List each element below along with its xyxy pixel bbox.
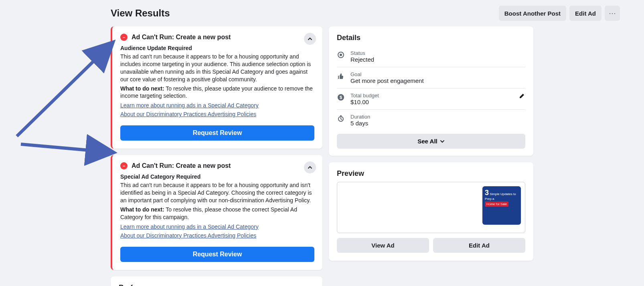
error-icon: – [120,34,128,41]
performance-card: Performance [111,276,322,286]
alert-card: – Ad Can't Run: Create a new post Specia… [111,155,322,270]
edit-ad-header-button[interactable]: Edit Ad [569,6,601,21]
details-title: Details [337,34,525,42]
ellipsis-icon: ⋯ [609,9,616,18]
alert-body: This ad can't run because it appears to … [120,53,314,83]
status-value: Rejected [350,56,525,63]
error-icon: – [120,162,128,169]
request-review-button[interactable]: Request Review [120,125,314,141]
thumb-tag: Home for Sale [485,201,508,207]
alert-title: Ad Can't Run: Create a new post [132,34,231,41]
preview-box: 3 Simple Updates to Prep a Home for Sale [337,182,525,233]
learn-more-link[interactable]: Learn more about running ads in a Specia… [120,224,259,230]
alert-body: This ad can't run because it appears to … [120,181,314,204]
preview-title: Preview [337,169,525,178]
policies-link[interactable]: About our Discriminatory Practices Adver… [120,232,256,239]
policies-link[interactable]: About our Discriminatory Practices Adver… [120,111,256,117]
dollar-icon: $ [337,93,345,101]
alert-next: What to do next: To resolve this, please… [120,206,314,221]
thumb-number: 3 [485,189,489,197]
page-title: View Results [111,8,170,19]
view-ad-button[interactable]: View Ad [337,238,429,253]
duration-value: 5 days [350,120,525,127]
collapse-button[interactable] [304,33,316,45]
pencil-icon [519,93,525,99]
alert-card: – Ad Can't Run: Create a new post Audien… [111,26,322,149]
preview-card: Preview 3 Simple Updates to Prep a Home … [329,162,533,261]
duration-label: Duration [350,114,525,120]
edit-budget-button[interactable] [519,93,525,101]
ad-thumbnail[interactable]: 3 Simple Updates to Prep a Home for Sale [482,186,521,225]
budget-label: Total budget [350,93,513,99]
stopwatch-icon [337,115,345,123]
thumb-line: Simple Updates to Prep a [485,192,516,201]
more-options-button[interactable]: ⋯ [605,6,620,21]
alert-title: Ad Can't Run: Create a new post [132,162,231,169]
collapse-button[interactable] [304,161,316,173]
see-all-button[interactable]: See All [337,134,525,149]
alert-subtitle: Audience Update Required [120,45,314,51]
chevron-up-icon [308,165,312,170]
alert-subtitle: Special Ad Category Required [120,173,314,180]
edit-ad-button[interactable]: Edit Ad [433,238,525,253]
thumbs-up-icon [337,72,345,80]
learn-more-link[interactable]: Learn more about running ads in a Specia… [120,102,259,109]
goal-label: Goal [350,71,525,77]
svg-point-1 [340,54,342,56]
performance-title: Performance [119,284,314,286]
budget-value: $10.00 [350,99,513,105]
details-card: Details Status Rejected Goal Get more po… [329,26,533,156]
chevron-up-icon [308,36,312,41]
request-review-button[interactable]: Request Review [120,247,314,262]
status-label: Status [350,50,525,56]
status-icon [337,51,345,59]
svg-text:$: $ [340,95,342,100]
goal-value: Get more post engagement [350,77,525,84]
chevron-down-icon [440,139,445,144]
boost-another-post-button[interactable]: Boost Another Post [499,6,566,21]
alert-next: What to do next: To resolve this, please… [120,85,314,100]
